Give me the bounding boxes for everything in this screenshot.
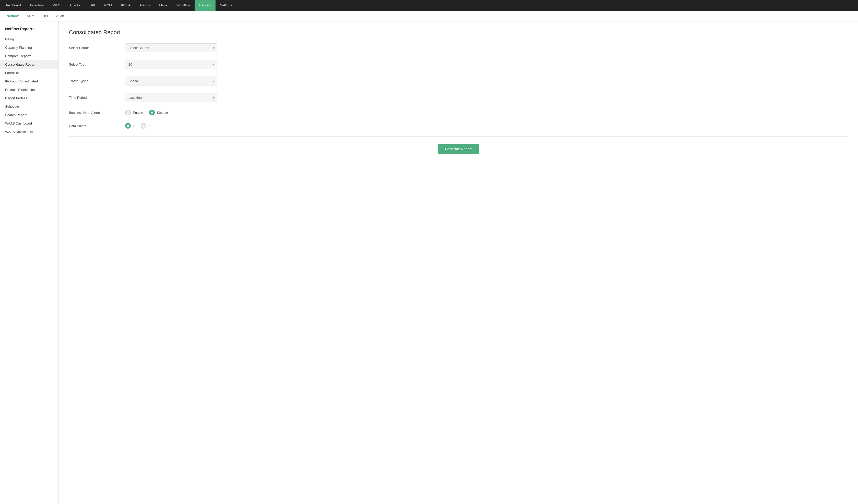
form-divider bbox=[69, 136, 848, 136]
select-source-dropdown[interactable]: Select Source bbox=[125, 43, 217, 52]
disable-label: Disable bbox=[157, 111, 168, 115]
data-point-1-label: 1 bbox=[133, 124, 134, 128]
nav-settings[interactable]: Settings bbox=[216, 0, 237, 11]
traffic-type-dropdown[interactable]: Speed Volume Packets bbox=[125, 77, 217, 85]
select-source-row: Select Source : Select Source ▾ bbox=[69, 43, 848, 52]
nav-wlc[interactable]: WLC bbox=[48, 0, 65, 11]
sidebar-title: Netflow Reports bbox=[0, 27, 59, 35]
data-point-1-option[interactable]: 1 bbox=[125, 123, 134, 129]
select-source-label: Select Source : bbox=[69, 46, 125, 50]
nav-attacks[interactable]: Attacks bbox=[65, 0, 85, 11]
sidebar-item-search-report[interactable]: Search Report bbox=[0, 111, 59, 119]
nav-inventory[interactable]: Inventory bbox=[26, 0, 48, 11]
sidebar-item-report-profiles[interactable]: Report Profiles bbox=[0, 94, 59, 102]
subnav-ncm[interactable]: NCM bbox=[23, 11, 38, 21]
time-period-wrap: Last Hour Last 6 Hours Last 24 Hours Las… bbox=[125, 93, 217, 102]
traffic-type-label: Traffic Type : bbox=[69, 79, 125, 83]
data-points-label: Data Points bbox=[69, 124, 125, 128]
time-period-row: Time Period : Last Hour Last 6 Hours Las… bbox=[69, 93, 848, 102]
nav-dpi[interactable]: DPI bbox=[85, 0, 100, 11]
time-period-label: Time Period : bbox=[69, 96, 125, 99]
traffic-type-row: Traffic Type : Speed Volume Packets ▾ bbox=[69, 77, 848, 85]
generate-report-button[interactable]: Generate Report bbox=[438, 144, 479, 154]
data-point-5-label: 5 bbox=[148, 124, 150, 128]
traffic-type-wrapper: Speed Volume Packets ▾ bbox=[125, 77, 217, 85]
select-top-label: Select Top : bbox=[69, 63, 125, 66]
data-points-wrap: 1 5 bbox=[125, 123, 217, 129]
sidebar-item-ipgroup-consolidated[interactable]: IPGroup Consolidated bbox=[0, 77, 59, 85]
nav-workflow[interactable]: Workflow bbox=[172, 0, 195, 11]
data-points-row: Data Points 1 5 bbox=[69, 123, 848, 129]
business-hour-alerts-label: Business Hour Alerts : bbox=[69, 111, 125, 115]
main-layout: Netflow Reports Billing Capacity Plannin… bbox=[0, 21, 858, 504]
data-point-5-option[interactable]: 5 bbox=[141, 123, 150, 129]
nav-dashboard[interactable]: Dashboard bbox=[0, 0, 26, 11]
disable-radio-circle bbox=[149, 110, 155, 115]
enable-option[interactable]: Enable bbox=[125, 110, 143, 115]
time-period-dropdown[interactable]: Last Hour Last 6 Hours Last 24 Hours Las… bbox=[125, 93, 217, 102]
nav-ncm[interactable]: NCM bbox=[99, 0, 116, 11]
sidebar-item-schedule[interactable]: Schedule bbox=[0, 102, 59, 111]
subnav-netflow[interactable]: Netflow bbox=[3, 11, 23, 21]
page-title: Consolidated Report bbox=[69, 29, 848, 36]
top-navigation: Dashboard Inventory WLC Attacks DPI NCM … bbox=[0, 0, 858, 11]
subnav-dpi[interactable]: DPI bbox=[38, 11, 52, 21]
enable-radio-circle bbox=[125, 110, 131, 115]
time-period-wrapper: Last Hour Last 6 Hours Last 24 Hours Las… bbox=[125, 93, 217, 102]
nav-maps[interactable]: Maps bbox=[155, 0, 172, 11]
sidebar-item-protocol-distribution[interactable]: Protocol Distribution bbox=[0, 85, 59, 94]
sidebar-item-capacity-planning[interactable]: Capacity Planning bbox=[0, 43, 59, 52]
sidebar-item-consolidated-report[interactable]: Consolidated Report bbox=[0, 60, 59, 69]
business-hour-alerts-wrap: Enable Disable bbox=[125, 110, 217, 115]
data-point-1-radio-circle bbox=[125, 123, 131, 129]
nav-reports[interactable]: Reports bbox=[195, 0, 216, 11]
nav-alarms[interactable]: Alarms bbox=[135, 0, 155, 11]
sidebar: Netflow Reports Billing Capacity Plannin… bbox=[0, 21, 59, 504]
business-hour-alerts-row: Business Hour Alerts : Enable Disable bbox=[69, 110, 848, 115]
data-point-5-radio-circle bbox=[141, 123, 146, 129]
sidebar-item-waas-dashboard[interactable]: WAAS Dashboard bbox=[0, 119, 59, 128]
sidebar-item-forensics[interactable]: Forensics bbox=[0, 69, 59, 77]
select-top-row: Select Top : 5 10 20 50 100 ▾ bbox=[69, 60, 848, 69]
data-points-group: 1 5 bbox=[125, 123, 217, 129]
main-content: Consolidated Report Select Source : Sele… bbox=[59, 21, 858, 504]
nav-ipsla[interactable]: IPSLA bbox=[116, 0, 135, 11]
disable-option[interactable]: Disable bbox=[149, 110, 168, 115]
sub-navigation: Netflow NCM DPI Audit bbox=[0, 11, 858, 21]
sidebar-item-waas-devices-list[interactable]: WAAS Devices List bbox=[0, 128, 59, 136]
select-source-wrap: Select Source ▾ bbox=[125, 43, 217, 52]
sidebar-item-compare-reports[interactable]: Compare Reports bbox=[0, 52, 59, 60]
traffic-type-wrap: Speed Volume Packets ▾ bbox=[125, 77, 217, 85]
select-top-wrapper: 5 10 20 50 100 ▾ bbox=[125, 60, 217, 69]
select-source-wrapper: Select Source ▾ bbox=[125, 43, 217, 52]
select-top-dropdown[interactable]: 5 10 20 50 100 bbox=[125, 60, 217, 69]
subnav-audit[interactable]: Audit bbox=[52, 11, 68, 21]
select-top-wrap: 5 10 20 50 100 ▾ bbox=[125, 60, 217, 69]
enable-label: Enable bbox=[133, 111, 143, 115]
business-hour-alerts-group: Enable Disable bbox=[125, 110, 217, 115]
sidebar-item-billing[interactable]: Billing bbox=[0, 35, 59, 43]
